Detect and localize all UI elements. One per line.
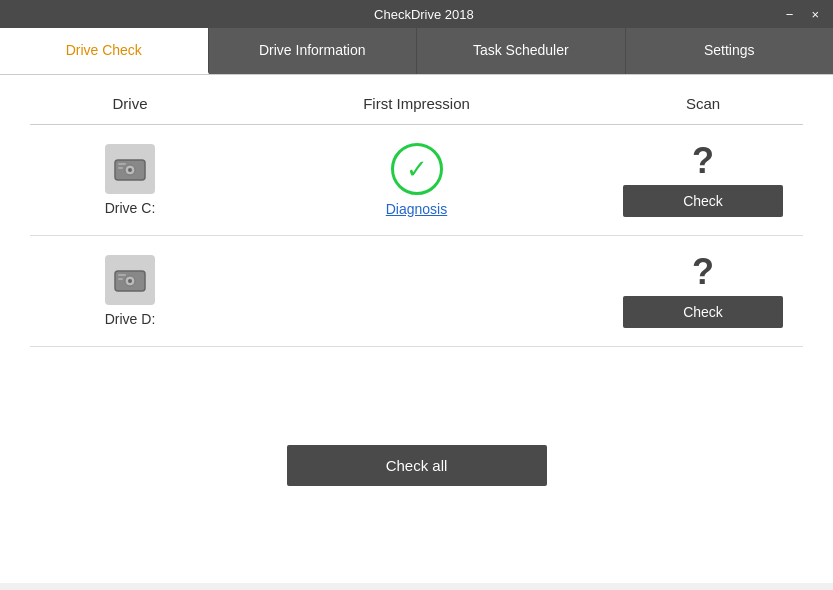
drive-c-scan: ? Check (603, 143, 803, 217)
svg-point-2 (128, 168, 132, 172)
check-button-c[interactable]: Check (623, 185, 783, 217)
close-button[interactable]: × (805, 6, 825, 23)
check-button-d[interactable]: Check (623, 296, 783, 328)
col-header-drive: Drive (30, 95, 230, 112)
main-content: Drive First Impression Scan Drive C: ✓ D… (0, 75, 833, 583)
svg-rect-4 (118, 167, 123, 169)
app-title: CheckDrive 2018 (68, 7, 780, 22)
col-header-scan: Scan (603, 95, 803, 112)
bottom-bar: Check all (30, 347, 803, 583)
window-controls: − × (780, 6, 825, 23)
table-header: Drive First Impression Scan (30, 75, 803, 125)
tab-settings[interactable]: Settings (626, 28, 834, 74)
drive-d-cell: Drive D: (30, 255, 230, 327)
svg-rect-8 (118, 274, 126, 276)
drive-row-c: Drive C: ✓ Diagnosis ? Check (30, 125, 803, 236)
diagnosis-link[interactable]: Diagnosis (386, 201, 447, 217)
svg-rect-3 (118, 163, 126, 165)
tab-bar: Drive Check Drive Information Task Sched… (0, 28, 833, 75)
title-bar: CheckDrive 2018 − × (0, 0, 833, 28)
drive-c-icon (105, 144, 155, 194)
tab-drive-check[interactable]: Drive Check (0, 28, 209, 74)
drive-d-scan: ? Check (603, 254, 803, 328)
drive-c-cell: Drive C: (30, 144, 230, 216)
impression-check-icon: ✓ (391, 143, 443, 195)
drive-d-icon (105, 255, 155, 305)
svg-point-7 (128, 279, 132, 283)
col-header-impression: First Impression (230, 95, 603, 112)
drive-c-label: Drive C: (105, 200, 156, 216)
tab-task-scheduler[interactable]: Task Scheduler (417, 28, 626, 74)
drive-row-d: Drive D: ? Check (30, 236, 803, 347)
scan-unknown-icon-c: ? (692, 143, 714, 179)
minimize-button[interactable]: − (780, 6, 800, 23)
scan-unknown-icon-d: ? (692, 254, 714, 290)
drive-c-impression: ✓ Diagnosis (230, 143, 603, 217)
drive-d-label: Drive D: (105, 311, 156, 327)
svg-rect-9 (118, 278, 123, 280)
check-all-button[interactable]: Check all (287, 445, 547, 486)
tab-drive-information[interactable]: Drive Information (209, 28, 418, 74)
